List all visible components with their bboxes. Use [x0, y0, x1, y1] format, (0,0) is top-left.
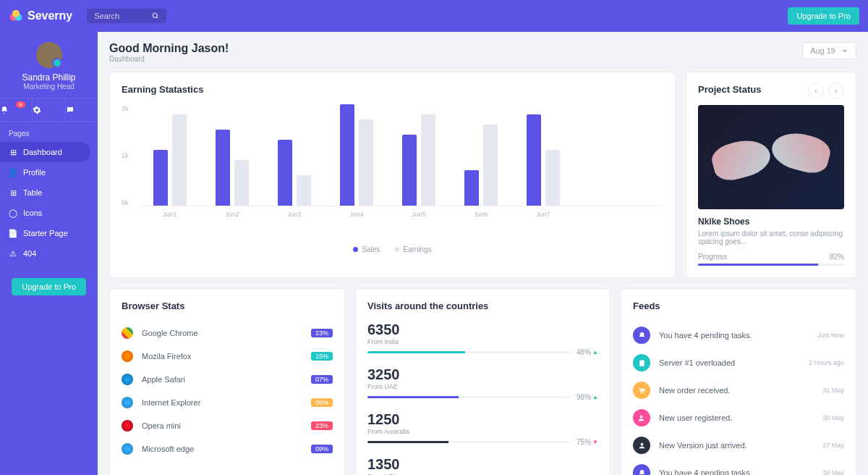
bar-earnings[interactable]	[359, 119, 373, 206]
nav-label: Icons	[23, 209, 42, 217]
x-label: Jun7	[527, 211, 560, 218]
upgrade-button[interactable]: Upgrade to Pro	[788, 7, 859, 25]
nav-icon: ⊞	[9, 188, 17, 197]
bar-earnings[interactable]	[483, 125, 498, 206]
sidebar-item-profile[interactable]: 👤Profile	[0, 162, 90, 182]
project-status-card: Project Status ‹ › Nkike Shoes Lorem ips…	[686, 72, 856, 278]
nav-label: Dashboard	[23, 148, 62, 156]
sidebar-item-dashboard[interactable]: ⊞Dashboard	[0, 142, 90, 162]
visit-bar	[367, 441, 571, 443]
bell-icon	[0, 106, 9, 114]
nav-icon: 📄	[9, 229, 17, 238]
earning-title: Earning Statastics	[122, 84, 663, 95]
feed-text: Server #1 overloaded	[659, 358, 800, 367]
date-value: Aug 19	[810, 46, 835, 55]
visit-number: 1350	[367, 456, 598, 473]
bar-earnings[interactable]	[421, 114, 435, 206]
user-icon	[633, 437, 650, 454]
feeds-card: Feeds You have 4 pending tasks.Just NowS…	[621, 288, 856, 475]
nav-icon: ⚠	[9, 249, 17, 258]
visit-pct: 98% ▲	[576, 393, 598, 401]
browser-icon	[122, 374, 133, 385]
notifications-button[interactable]: 8	[0, 98, 33, 122]
sidebar-item-table[interactable]: ⊞Table	[0, 182, 90, 203]
browser-icon	[122, 350, 133, 362]
bar-sales[interactable]	[527, 114, 541, 206]
x-label: Jun6	[464, 211, 498, 218]
bar-group	[216, 130, 249, 206]
gear-icon	[33, 106, 41, 114]
date-selector[interactable]: Aug 19	[802, 42, 856, 59]
bar-sales[interactable]	[402, 135, 417, 206]
messages-button[interactable]	[66, 98, 98, 122]
feed-text: New order received.	[659, 386, 814, 395]
bar-sales[interactable]	[278, 140, 292, 206]
browser-icon	[122, 327, 133, 339]
visit-item: 6350From India48% ▲	[367, 321, 598, 356]
feed-time: 30 May	[822, 469, 844, 475]
legend-earnings[interactable]: Earnings	[394, 245, 431, 253]
x-label: Jun5	[402, 211, 435, 218]
visit-bar	[367, 396, 571, 398]
sidebar-item-404[interactable]: ⚠404	[0, 243, 90, 264]
bar-group	[464, 125, 498, 206]
legend-sales[interactable]: Sales	[353, 245, 380, 253]
brand-logo[interactable]: Severny	[9, 9, 72, 23]
feed-text: New user registered.	[659, 413, 814, 422]
profile-block: Sandra Phillip Marketing Head	[0, 32, 98, 98]
search-box[interactable]	[87, 9, 166, 23]
sidebar-item-icons[interactable]: ◯Icons	[0, 203, 90, 223]
feed-time: 27 May	[822, 442, 844, 449]
nav-label: Table	[23, 188, 42, 197]
browser-name: Mozila Firefox	[142, 352, 302, 361]
bar-earnings[interactable]	[297, 175, 311, 206]
feed-text: You have 4 pending tasks.	[659, 468, 814, 475]
feed-text: New Version just arrived.	[659, 441, 814, 450]
avatar[interactable]	[36, 42, 62, 68]
brand-name: Severny	[27, 9, 72, 22]
project-next-button[interactable]: ›	[828, 83, 844, 98]
visit-pct: 75% ▼	[576, 438, 598, 446]
visit-from: From UAE	[367, 383, 598, 390]
search-input[interactable]	[94, 12, 152, 20]
bell-icon	[633, 464, 650, 475]
x-label: Jun2	[216, 211, 249, 218]
bell-icon	[633, 327, 650, 344]
bar-earnings[interactable]	[545, 150, 560, 206]
bar-sales[interactable]	[153, 150, 168, 206]
feed-text: You have 4 pending tasks.	[659, 331, 809, 340]
browser-name: Internet Explorer	[142, 398, 302, 407]
bar-sales[interactable]	[464, 170, 479, 206]
breadcrumb: Dashboard	[109, 55, 229, 63]
svg-rect-5	[639, 360, 644, 366]
sidebar-item-starter-page[interactable]: 📄Starter Page	[0, 223, 90, 243]
sidebar-icon-row: 8	[0, 98, 98, 122]
notif-badge: 8	[16, 101, 25, 108]
browser-name: Google Chrome	[142, 329, 302, 337]
progress-label: Progress	[698, 253, 727, 261]
top-header: Severny Upgrade to Pro	[0, 0, 868, 32]
browser-icon	[122, 420, 133, 432]
sidebar-upgrade-button[interactable]: Upgrade to Pro	[12, 278, 86, 295]
browser-icon	[122, 397, 133, 408]
bar-sales[interactable]	[216, 130, 230, 206]
visit-number: 6350	[367, 321, 598, 338]
logo-icon	[9, 9, 23, 23]
arrow-up-icon: ▲	[592, 349, 598, 356]
bar-sales[interactable]	[340, 104, 354, 206]
x-label: Jun3	[278, 211, 311, 218]
browser-title: Browser Stats	[122, 300, 333, 311]
svg-point-3	[153, 13, 158, 17]
user-add-icon	[633, 409, 650, 426]
chart-legend: Sales Earnings	[122, 245, 663, 253]
project-image	[698, 105, 844, 209]
profile-name: Sandra Phillip	[0, 72, 98, 83]
bar-earnings[interactable]	[234, 160, 249, 206]
arrow-down-icon: ▼	[592, 439, 598, 445]
bar-group	[278, 140, 311, 206]
settings-button[interactable]	[33, 98, 65, 122]
project-prev-button[interactable]: ‹	[808, 83, 824, 98]
chat-icon	[66, 106, 75, 114]
feed-row: New user registered.30 May	[633, 404, 844, 432]
bar-earnings[interactable]	[172, 114, 187, 206]
